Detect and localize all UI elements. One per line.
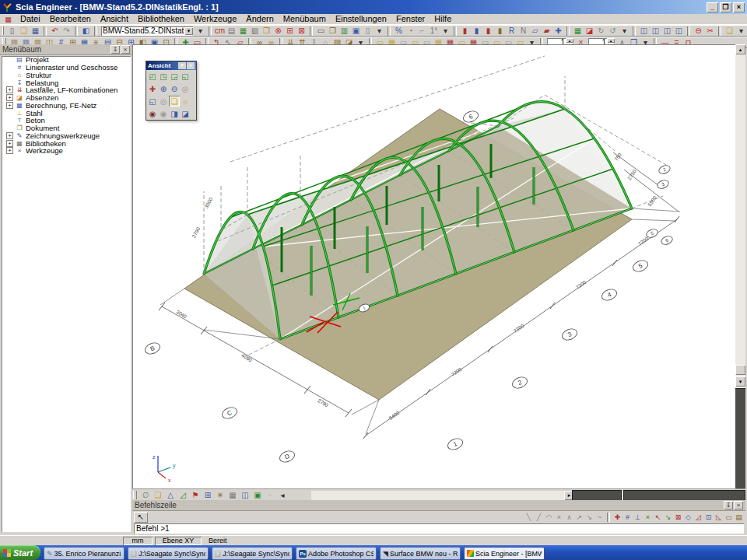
expand-plus-icon[interactable]: + — [6, 147, 13, 154]
labels-icon[interactable]: ⚑ — [189, 490, 202, 500]
line-mode-angle-icon[interactable]: ∧ — [564, 513, 574, 523]
sidebar-item-bibliotheken[interactable]: +▦Bibliotheken — [2, 139, 131, 147]
snap-grid-icon[interactable]: # — [622, 513, 633, 523]
cascade-1-icon[interactable]: ◫ — [638, 26, 650, 36]
shaded-icon[interactable]: ❏ — [152, 490, 164, 500]
cascade-2-icon[interactable]: ◫ — [650, 26, 661, 36]
export-xy-icon[interactable]: ▧ — [249, 26, 261, 36]
expand-plus-icon[interactable]: + — [6, 102, 13, 109]
snap-mid-icon[interactable]: ↘ — [663, 513, 673, 523]
taskbar-task[interactable]: ◥Surface BMW neu - Rhin... — [380, 547, 461, 560]
scroll-left-icon[interactable]: ◂ — [276, 490, 289, 500]
project-manager-icon[interactable]: ◧ — [80, 26, 92, 36]
ansicht-toolbar-header[interactable]: Ansicht ▾ × — [146, 61, 196, 70]
image-export-icon[interactable]: ▥ — [338, 26, 350, 36]
sidebar-item-lastfälle-lf-kombinationen[interactable]: +⇊Lastfälle, LF-Kombinationen — [2, 86, 131, 94]
disabled-tool-icon[interactable]: ▫ — [264, 490, 276, 500]
stamp-icon[interactable]: % — [393, 26, 405, 36]
more-calc-icon[interactable]: ▾ — [619, 26, 630, 36]
pin-icon[interactable]: ↧ — [110, 45, 120, 54]
snap-ortho-pt-icon[interactable]: ◇ — [683, 513, 693, 523]
angle-1deg-icon[interactable]: 1° — [428, 26, 440, 36]
move-node-icon[interactable]: ✚ — [552, 26, 564, 36]
clipboard-icon[interactable]: ❐ — [261, 26, 272, 36]
page-setup-icon[interactable]: ▯ — [362, 26, 374, 36]
view-axo-icon[interactable]: ◱ — [180, 71, 191, 82]
combo-dropdown-icon[interactable]: ▾ — [184, 27, 193, 35]
chevron-down-icon[interactable]: ▾ — [178, 62, 186, 69]
units-cm-icon[interactable]: cm — [214, 26, 226, 36]
table-edit-icon[interactable]: ⊠ — [296, 26, 307, 36]
light-icon[interactable]: ☼ — [180, 96, 191, 107]
results-view-icon[interactable]: ◿ — [177, 490, 189, 500]
menu-bibliotheken[interactable]: Bibliotheken — [133, 14, 189, 24]
menu-fenster[interactable]: Fenster — [391, 14, 430, 24]
new-folder-icon[interactable]: ❏ — [724, 26, 735, 36]
screen-copy-icon[interactable]: ▣ — [251, 490, 264, 500]
line-mode-close-icon[interactable]: × — [554, 513, 564, 523]
document-icon[interactable]: ▣ — [350, 26, 362, 36]
zoom-out-icon[interactable]: ⊖ — [169, 83, 180, 94]
status-unit[interactable]: mm — [123, 537, 153, 545]
gallery-icon[interactable]: ▤ — [226, 26, 237, 36]
menu-hilfe[interactable]: Hilfe — [430, 14, 456, 24]
undo-icon[interactable]: ↶ — [49, 26, 61, 36]
expand-plus-icon[interactable]: + — [6, 94, 13, 101]
taskbar-task[interactable]: ✎35. Enrico Pieranunzi - O... — [44, 547, 124, 560]
wireframe-icon[interactable]: ∅ — [139, 490, 152, 500]
model-data-icon[interactable]: ▦ — [226, 490, 239, 500]
snap-arc-icon[interactable]: ◺ — [714, 513, 724, 523]
sidebar-item-struktur[interactable]: ⌂Struktur — [2, 72, 131, 79]
snap-line-icon[interactable]: ▭ — [724, 513, 734, 523]
toolbar-grip[interactable] — [2, 26, 4, 35]
loads-view-icon[interactable]: ✳ — [214, 490, 226, 500]
scroll-up-icon[interactable]: ▴ — [735, 44, 745, 54]
beam-b1-icon[interactable]: ▮ — [459, 26, 471, 36]
taskbar-task[interactable]: ❏J:\Seagate Sync\SyncRe... — [128, 547, 209, 560]
snap-tangent-icon[interactable]: ◿ — [693, 513, 703, 523]
menu-menübaum[interactable]: Menübaum — [279, 14, 331, 24]
snap-center-icon[interactable]: ⊡ — [703, 513, 714, 523]
perspective-icon[interactable]: ◪ — [180, 108, 191, 119]
ucs-icon[interactable]: ✚ — [147, 83, 158, 94]
calc-b-icon[interactable]: ↺ — [607, 26, 619, 36]
erase-icon[interactable]: ⊖ — [693, 26, 704, 36]
view-side-icon[interactable]: ◳ — [158, 71, 169, 82]
command-input[interactable]: Befehl >1 — [134, 523, 744, 534]
menu-ändern[interactable]: Ändern — [241, 14, 278, 24]
view-front-icon[interactable]: ◰ — [147, 71, 158, 82]
scroll-down-icon[interactable]: ▾ — [735, 376, 745, 387]
beam-k-icon[interactable]: ▱ — [529, 26, 541, 36]
viewport-toolbar-grip[interactable] — [133, 491, 137, 499]
view-top-icon[interactable]: ◲ — [169, 71, 180, 82]
line-mode-poly-icon[interactable]: ↘ — [584, 513, 594, 523]
line-mode-arc-icon[interactable]: ◠ — [544, 513, 554, 523]
view-params-icon[interactable]: ◨ — [169, 108, 180, 119]
zoom-in-icon[interactable]: ⊕ — [158, 83, 169, 94]
sidebar-item-linienraster-und-geschosse[interactable]: #Linienraster und Geschosse — [2, 64, 131, 72]
menu-bearbeiten[interactable]: Bearbeiten — [45, 14, 96, 24]
pin-icon[interactable]: ↧ — [724, 501, 733, 509]
maximize-icon[interactable]: ❐ — [720, 2, 731, 12]
delete-result-icon[interactable]: ⊗ — [272, 26, 284, 36]
snap-intersect-icon[interactable]: ⊠ — [673, 513, 683, 523]
taskbar-task[interactable]: PsAdobe Photoshop CS3 E... — [296, 547, 377, 560]
open-icon[interactable]: ❏ — [18, 26, 30, 36]
magnify-doc-icon[interactable]: ◔ — [405, 26, 416, 36]
print-icon[interactable]: ▭ — [315, 26, 327, 36]
close-icon[interactable]: × — [733, 2, 745, 12]
combo-more-button[interactable]: ▾ — [195, 26, 206, 36]
snap-table-icon[interactable]: ▤ — [734, 513, 744, 523]
supports-view-icon[interactable]: ⊞ — [202, 490, 214, 500]
snap-point-icon[interactable]: × — [643, 513, 653, 523]
render-settings-icon[interactable]: ❏ — [169, 96, 180, 107]
save-icon[interactable]: ▦ — [30, 26, 41, 36]
redo-icon[interactable]: ↷ — [61, 26, 72, 36]
status-plane[interactable]: Ebene XY — [155, 537, 202, 545]
volumes-icon[interactable]: △ — [164, 490, 177, 500]
beam-n-icon[interactable]: N — [517, 26, 529, 36]
import-db-icon[interactable]: ◪ — [584, 26, 595, 36]
measure-icon[interactable]: ⌐ — [416, 26, 428, 36]
minimize-icon[interactable]: _ — [707, 2, 718, 12]
picture-icon[interactable]: ▦ — [237, 26, 249, 36]
